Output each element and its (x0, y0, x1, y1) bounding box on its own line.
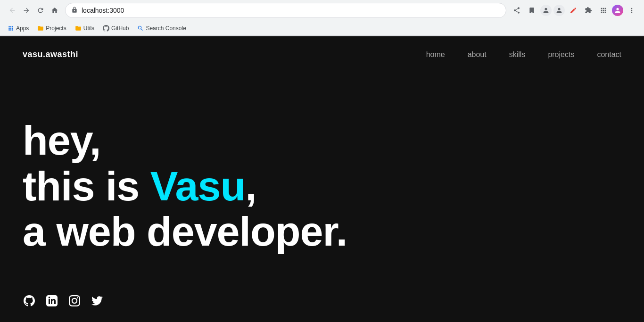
avatar-button[interactable] (612, 5, 623, 16)
github-icon (24, 295, 35, 306)
bookmark-github[interactable]: GitHub (99, 24, 132, 33)
instagram-icon (69, 295, 80, 306)
more-button[interactable] (625, 4, 638, 17)
nav-link-skills[interactable]: skills (509, 50, 526, 58)
hero-line1: hey, (23, 118, 621, 164)
hero-comma: , (245, 163, 256, 209)
browser-chrome: localhost:3000 (0, 0, 644, 36)
hero-this-is: this is (23, 163, 150, 209)
search-console-favicon (137, 25, 144, 32)
twitter-icon (91, 295, 103, 306)
bookmark-search-console-label: Search Console (146, 25, 186, 32)
nav-item-skills[interactable]: skills (509, 50, 526, 59)
nav-item-contact[interactable]: contact (597, 50, 621, 59)
lock-icon (71, 7, 78, 15)
github-social-link[interactable] (23, 294, 36, 307)
utils-favicon (75, 25, 82, 32)
site-navbar: vasu.awasthi home about skills projects … (0, 36, 644, 73)
bookmark-utils-label: Utils (83, 25, 94, 32)
nav-link-contact[interactable]: contact (597, 50, 621, 58)
hero-line3: a web developer. (23, 209, 621, 255)
hero-name: Vasu (150, 163, 245, 209)
home-button[interactable] (48, 4, 61, 17)
social-icons (0, 294, 644, 322)
bookmark-apps-label: Apps (16, 25, 29, 32)
bookmark-utils[interactable]: Utils (71, 24, 98, 33)
site-nav-links: home about skills projects contact (426, 50, 621, 59)
pencil-button[interactable] (567, 4, 580, 17)
nav-link-home[interactable]: home (426, 50, 445, 58)
twitter-social-link[interactable] (91, 294, 104, 307)
github-favicon (103, 25, 109, 32)
bookmark-github-label: GitHub (111, 25, 129, 32)
nav-link-about[interactable]: about (468, 50, 487, 58)
profile2-button[interactable] (553, 5, 565, 16)
bookmark-projects[interactable]: Projects (33, 24, 70, 33)
toolbar-actions (510, 4, 638, 17)
bookmark-projects-label: Projects (46, 25, 66, 32)
reload-button[interactable] (34, 4, 47, 17)
apps-favicon (8, 25, 14, 32)
address-text: localhost:3000 (82, 7, 500, 14)
profile-circle-button[interactable] (540, 5, 552, 16)
puzzle-button[interactable] (582, 4, 595, 17)
nav-buttons (6, 4, 61, 17)
back-button[interactable] (6, 4, 19, 17)
bookmark-button[interactable] (525, 4, 538, 17)
linkedin-social-link[interactable] (45, 294, 58, 307)
linkedin-icon (46, 295, 58, 306)
grid-button[interactable] (597, 4, 610, 17)
nav-item-about[interactable]: about (468, 50, 487, 59)
nav-link-projects[interactable]: projects (548, 50, 574, 58)
address-bar[interactable]: localhost:3000 (65, 3, 506, 18)
bookmark-apps[interactable]: Apps (4, 24, 33, 33)
nav-item-home[interactable]: home (426, 50, 445, 59)
instagram-social-link[interactable] (68, 294, 81, 307)
projects-favicon (37, 25, 44, 32)
nav-item-projects[interactable]: projects (548, 50, 574, 59)
browser-toolbar: localhost:3000 (0, 0, 644, 21)
hero-heading: hey, this is Vasu, a web developer. (23, 118, 621, 255)
bookmark-search-console[interactable]: Search Console (133, 24, 190, 33)
website: vasu.awasthi home about skills projects … (0, 36, 644, 322)
share-button[interactable] (510, 4, 523, 17)
forward-button[interactable] (20, 4, 33, 17)
hero-section: hey, this is Vasu, a web developer. (0, 73, 644, 294)
site-logo: vasu.awasthi (23, 50, 78, 59)
hero-line2: this is Vasu, (23, 164, 621, 209)
bookmarks-bar: Apps Projects Utils GitHub Search Consol… (0, 21, 644, 36)
